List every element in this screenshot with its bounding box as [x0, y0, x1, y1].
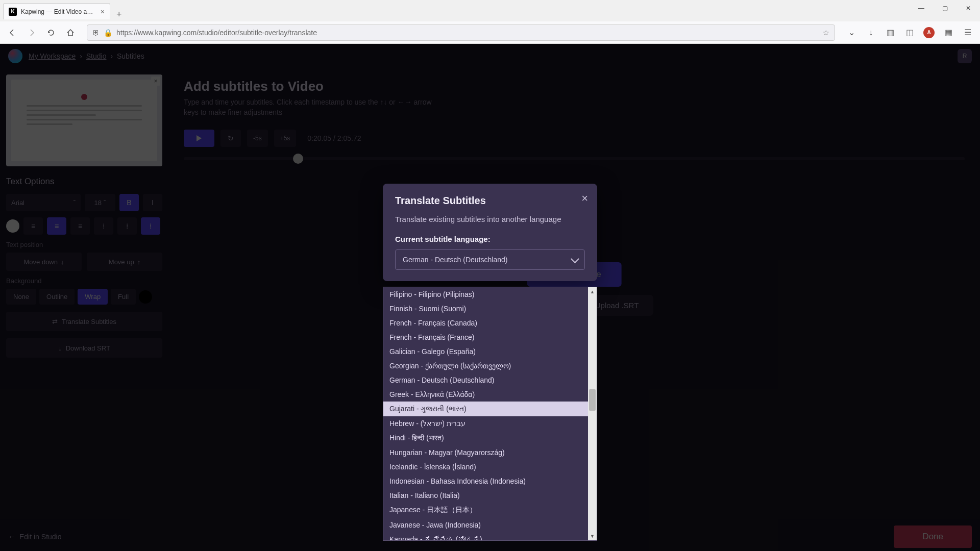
extension-badge[interactable]: A: [921, 24, 937, 41]
new-tab-button[interactable]: +: [110, 5, 128, 24]
modal-title: Translate Subtitles: [395, 195, 585, 207]
downloads-icon[interactable]: ↓: [863, 24, 879, 41]
scroll-down-arrow[interactable]: ▼: [588, 532, 597, 540]
home-button[interactable]: [62, 24, 79, 41]
language-option[interactable]: Finnish - Suomi (Suomi): [383, 302, 588, 316]
language-option[interactable]: German - Deutsch (Deutschland): [383, 373, 588, 387]
language-option[interactable]: Indonesian - Bahasa Indonesia (Indonesia…: [383, 474, 588, 488]
language-option[interactable]: Georgian - ქართული (საქართველო): [383, 359, 588, 373]
minimize-button[interactable]: —: [910, 0, 933, 16]
language-option[interactable]: French - Français (Canada): [383, 316, 588, 330]
modal-description: Translate existing subtitles into anothe…: [395, 215, 585, 223]
forward-button[interactable]: [23, 24, 40, 41]
language-option[interactable]: French - Français (France): [383, 330, 588, 344]
language-select[interactable]: German - Deutsch (Deutschland): [395, 249, 585, 270]
language-selected-value: German - Deutsch (Deutschland): [403, 256, 507, 264]
browser-toolbar: ⛨ 🔒 https://www.kapwing.com/studio/edito…: [0, 21, 980, 44]
bookmark-star-icon[interactable]: ☆: [823, 29, 829, 37]
lock-icon[interactable]: 🔒: [104, 29, 112, 37]
language-option[interactable]: Kannada - ಕನ್ನಡ (ಭಾರತ): [383, 532, 588, 540]
tab-close-icon[interactable]: ×: [101, 8, 105, 16]
language-option[interactable]: Hebrew - (ישראל) עברית: [383, 416, 588, 431]
language-option[interactable]: Hungarian - Magyar (Magyarország): [383, 445, 588, 460]
library-icon[interactable]: ▥: [882, 24, 898, 41]
url-bar[interactable]: ⛨ 🔒 https://www.kapwing.com/studio/edito…: [87, 24, 835, 41]
sidebar-icon[interactable]: ◫: [901, 24, 918, 41]
browser-tab[interactable]: K Kapwing — Edit Video and Cre ×: [3, 3, 110, 19]
extension-icon[interactable]: ▦: [940, 24, 957, 41]
dropdown-list: Filipino - Filipino (Pilipinas)Finnish -…: [383, 287, 588, 540]
translate-modal: Translate Subtitles × Translate existing…: [383, 184, 597, 281]
tab-favicon: K: [9, 8, 17, 16]
language-option[interactable]: Greek - Ελληνικά (Ελλάδα): [383, 387, 588, 402]
language-option[interactable]: Japanese - 日本語（日本）: [383, 503, 588, 518]
reload-button[interactable]: [43, 24, 59, 41]
menu-icon[interactable]: ☰: [960, 24, 976, 41]
scroll-thumb[interactable]: [589, 389, 596, 411]
window-controls: — ▢ ✕: [910, 0, 980, 16]
dropdown-scrollbar[interactable]: ▲ ▼: [588, 287, 597, 540]
language-option[interactable]: Javanese - Jawa (Indonesia): [383, 518, 588, 532]
chevron-down-icon: [571, 255, 579, 263]
shield-icon[interactable]: ⛨: [92, 29, 100, 37]
tab-title: Kapwing — Edit Video and Cre: [21, 8, 96, 15]
maximize-button[interactable]: ▢: [933, 0, 957, 16]
close-window-button[interactable]: ✕: [957, 0, 980, 16]
language-option[interactable]: Galician - Galego (España): [383, 344, 588, 359]
language-option[interactable]: Filipino - Filipino (Pilipinas): [383, 287, 588, 302]
scroll-up-arrow[interactable]: ▲: [588, 287, 597, 296]
language-option[interactable]: Gujarati - ગુજરાતી (ભારત): [383, 402, 588, 416]
modal-language-label: Current subtitle language:: [395, 235, 585, 243]
url-text: https://www.kapwing.com/studio/editor/su…: [116, 29, 819, 37]
language-option[interactable]: Hindi - हिन्दी (भारत): [383, 431, 588, 445]
language-option[interactable]: Icelandic - Íslenska (Ísland): [383, 460, 588, 474]
back-button[interactable]: [4, 24, 20, 41]
language-option[interactable]: Italian - Italiano (Italia): [383, 488, 588, 503]
browser-titlebar: K Kapwing — Edit Video and Cre × + — ▢ ✕: [0, 0, 980, 21]
language-dropdown: Filipino - Filipino (Pilipinas)Finnish -…: [383, 287, 597, 541]
modal-close-button[interactable]: ×: [581, 192, 588, 205]
pocket-icon[interactable]: ⌄: [843, 24, 860, 41]
